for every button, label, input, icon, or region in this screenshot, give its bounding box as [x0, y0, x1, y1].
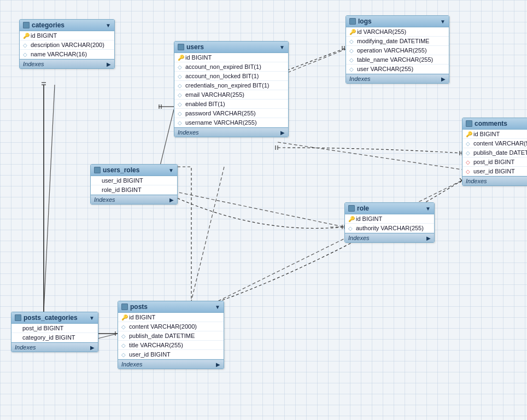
table-dropdown-users[interactable]: ▼ — [279, 44, 285, 50]
footer-arrow[interactable]: ▶ — [216, 361, 220, 368]
field-row: ◇ email VARCHAR(255) — [174, 90, 288, 100]
field-row: ◇ user_id BIGINT — [118, 350, 224, 359]
diamond-icon: ◇ — [349, 57, 355, 62]
table-header-posts[interactable]: posts ▼ — [118, 301, 224, 313]
diamond-icon: ◇ — [178, 120, 183, 125]
table-users-roles: users_roles ▼ user_id BIGINT role_id BIG… — [90, 164, 178, 205]
table-dropdown-role[interactable]: ▼ — [425, 206, 431, 212]
field-row: ◇ credentials_non_expired BIT(1) — [174, 81, 288, 90]
field-row: category_id BIGINT — [11, 333, 98, 342]
table-footer-comments[interactable]: Indexes ▶ — [462, 176, 527, 185]
field-row: ◇ enabled BIT(1) — [174, 100, 288, 109]
field-text: post_id BIGINT — [15, 325, 63, 331]
field-row: 🔑 id BIGINT — [118, 313, 224, 322]
field-row: ◇ operation VARCHAR(255) — [346, 46, 449, 55]
svg-line-6 — [44, 85, 55, 312]
table-icon-posts-categories — [15, 314, 21, 321]
footer-label: Indexes — [94, 196, 115, 203]
table-dropdown-categories[interactable]: ▼ — [106, 22, 111, 28]
table-footer-categories[interactable]: Indexes ▶ — [20, 59, 114, 68]
table-footer-logs[interactable]: Indexes ▶ — [346, 74, 449, 83]
table-footer-posts-categories[interactable]: Indexes ▶ — [11, 342, 98, 352]
svg-line-3 — [174, 191, 344, 227]
field-text: username VARCHAR(255) — [185, 119, 257, 126]
table-dropdown-logs[interactable]: ▼ — [440, 19, 446, 25]
footer-label: Indexes — [348, 235, 370, 241]
diamond-icon: ◇ — [178, 110, 183, 116]
table-posts: posts ▼ 🔑 id BIGINT ◇ content VARCHAR(20… — [118, 301, 224, 369]
field-row: ◇ name VARCHAR(16) — [20, 50, 114, 59]
field-text: category_id BIGINT — [15, 334, 75, 341]
footer-arrow[interactable]: ▶ — [441, 76, 446, 82]
diamond-icon: ◇ — [348, 225, 354, 231]
diamond-icon: ◇ — [178, 73, 183, 79]
table-header-comments[interactable]: comments ▼ — [462, 118, 527, 130]
table-header-logs[interactable]: logs ▼ — [346, 16, 449, 27]
key-icon: 🔑 — [178, 55, 183, 60]
footer-label: Indexes — [178, 129, 199, 136]
footer-arrow[interactable]: ▶ — [107, 61, 111, 67]
field-text: user_id BIGINT — [473, 168, 515, 174]
diamond-icon: ◇ — [178, 101, 183, 107]
table-footer-users[interactable]: Indexes ▶ — [174, 127, 288, 137]
footer-arrow[interactable]: ▶ — [90, 345, 95, 351]
field-row: 🔑 id VARCHAR(255) — [346, 27, 449, 37]
field-row: ◇ user VARCHAR(255) — [346, 65, 449, 74]
table-dropdown-posts-categories[interactable]: ▼ — [89, 315, 95, 321]
field-row: ◇ publish_date DATETIME — [462, 148, 527, 158]
field-text: authority VARCHAR(255) — [356, 225, 424, 231]
field-row: ◇ authority VARCHAR(255) — [345, 224, 434, 233]
field-row: 🔑 id BIGINT — [174, 53, 288, 62]
footer-label: Indexes — [15, 344, 36, 351]
table-header-role[interactable]: role ▼ — [345, 203, 434, 214]
field-text: id BIGINT — [356, 215, 382, 222]
field-row: 🔑 id BIGINT — [20, 31, 114, 40]
diamond-icon: ◇ — [349, 66, 355, 72]
field-row: ◇ account_non_locked BIT(1) — [174, 72, 288, 81]
field-text: description VARCHAR(200) — [31, 42, 104, 48]
table-footer-role[interactable]: Indexes ▶ — [345, 233, 434, 242]
field-text: enabled BIT(1) — [185, 101, 225, 107]
table-name-posts: posts — [130, 303, 213, 311]
footer-label: Indexes — [349, 75, 371, 82]
table-role: role ▼ 🔑 id BIGINT ◇ authority VARCHAR(2… — [344, 202, 435, 243]
key-icon: 🔑 — [349, 29, 355, 34]
diamond-icon: ◇ — [349, 38, 355, 44]
table-header-users-roles[interactable]: users_roles ▼ — [91, 165, 177, 176]
table-name-logs: logs — [358, 18, 438, 25]
table-posts-categories: posts_categories ▼ post_id BIGINT catego… — [11, 312, 98, 352]
table-header-categories[interactable]: categories ▼ — [20, 20, 114, 31]
diamond-icon: ◇ — [121, 342, 127, 348]
field-text: email VARCHAR(255) — [185, 91, 244, 98]
table-dropdown-posts[interactable]: ▼ — [215, 304, 220, 310]
field-row: ◇ username VARCHAR(255) — [174, 118, 288, 127]
diamond-red-icon: ◇ — [466, 159, 471, 165]
table-dropdown-users-roles[interactable]: ▼ — [168, 167, 174, 173]
footer-arrow[interactable]: ▶ — [426, 235, 431, 241]
table-icon-users — [178, 44, 184, 50]
footer-arrow[interactable]: ▶ — [280, 130, 285, 136]
footer-arrow[interactable]: ▶ — [169, 197, 174, 203]
field-row: ◇ content VARCHAR(2000) — [118, 322, 224, 331]
table-categories: categories ▼ 🔑 id BIGINT ◇ description V… — [19, 19, 115, 69]
diamond-icon: ◇ — [178, 92, 183, 97]
key-icon: 🔑 — [121, 314, 127, 320]
field-text: content VARCHAR(2000) — [129, 323, 197, 330]
field-row: user_id BIGINT — [91, 176, 177, 185]
table-header-users[interactable]: users ▼ — [174, 42, 288, 53]
field-text: name VARCHAR(16) — [31, 51, 87, 57]
table-footer-posts[interactable]: Indexes ▶ — [118, 359, 224, 369]
svg-line-1 — [278, 142, 462, 170]
table-icon-comments — [466, 120, 472, 127]
diamond-icon: ◇ — [121, 352, 127, 357]
footer-label: Indexes — [121, 361, 143, 368]
field-row: ◇ account_non_expired BIT(1) — [174, 62, 288, 72]
field-text: post_id BIGINT — [473, 159, 514, 165]
field-text: user_id BIGINT — [94, 177, 143, 184]
diamond-icon: ◇ — [23, 51, 28, 57]
field-text: id BIGINT — [185, 54, 212, 61]
table-header-posts-categories[interactable]: posts_categories ▼ — [11, 312, 98, 324]
table-footer-users-roles[interactable]: Indexes ▶ — [91, 195, 177, 204]
diamond-icon: ◇ — [121, 333, 127, 339]
table-name-users-roles: users_roles — [103, 166, 166, 174]
